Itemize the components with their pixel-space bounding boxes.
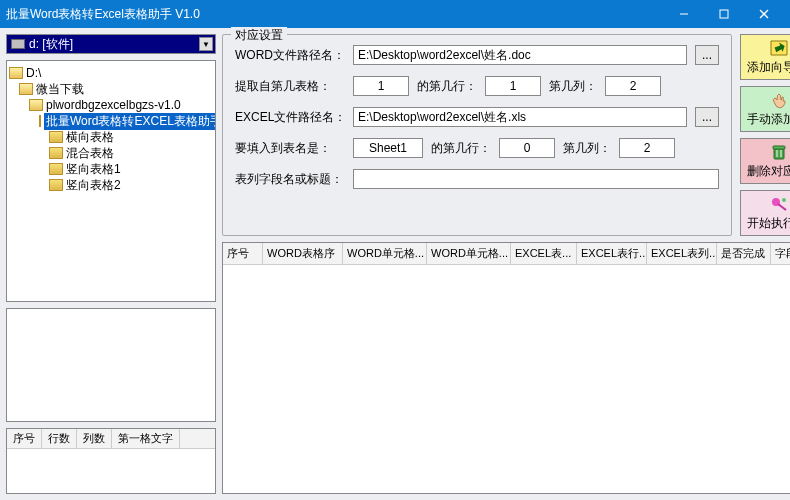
mini-col-header[interactable]: 序号 (7, 429, 42, 448)
excel-path-input[interactable]: E:\Desktop\word2excel\姓名.xls (353, 107, 687, 127)
extract-row-input[interactable]: 1 (485, 76, 541, 96)
file-list[interactable] (6, 308, 216, 422)
mini-col-header[interactable]: 列数 (77, 429, 112, 448)
tree-node[interactable]: plwordbgzexcelbgzs-v1.0 (9, 97, 213, 113)
grid-col-header[interactable]: EXCEL表列... (647, 243, 717, 264)
folder-icon (9, 67, 23, 79)
folder-icon (49, 131, 63, 143)
word-path-label: WORD文件路径名： (235, 47, 345, 64)
hand-icon (768, 90, 790, 110)
extract-table-label: 提取自第几表格： (235, 78, 345, 95)
excel-path-browse-button[interactable]: ... (695, 107, 719, 127)
word-path-input[interactable]: E:\Desktop\word2excel\姓名.doc (353, 45, 687, 65)
tree-node[interactable]: 竖向表格2 (9, 177, 213, 193)
settings-group: 对应设置 WORD文件路径名： E:\Desktop\word2excel\姓名… (222, 34, 732, 236)
svg-point-10 (782, 198, 786, 202)
run-button[interactable]: 开始执行(D) (740, 190, 790, 236)
tree-node-label: 混合表格 (66, 145, 114, 162)
drive-icon (11, 39, 25, 49)
extract-row: 提取自第几表格： 1 的第几行： 1 第几列： 2 (235, 76, 719, 96)
grid-col-header[interactable]: EXCEL表... (511, 243, 577, 264)
grid-col-header[interactable]: 字段名 (771, 243, 790, 264)
manual-add-button[interactable]: 手动添加(A) (740, 86, 790, 132)
window-buttons (664, 0, 784, 28)
grid-col-header[interactable]: WORD单元格... (427, 243, 511, 264)
word-path-row: WORD文件路径名： E:\Desktop\word2excel\姓名.doc … (235, 45, 719, 65)
delete-map-button[interactable]: 删除对应(K) (740, 138, 790, 184)
run-icon (768, 194, 790, 214)
grid-col-header[interactable]: 序号 (223, 243, 263, 264)
tree-node-label: 批量Word表格转EXCEL表格助手 v1 (44, 113, 216, 130)
minimize-icon (679, 9, 689, 19)
mini-col-header[interactable]: 第一格文字 (112, 429, 180, 448)
fill-col-input[interactable]: 2 (619, 138, 675, 158)
folder-icon (49, 179, 63, 191)
run-label: 开始执行(D) (747, 215, 790, 232)
tree-node[interactable]: 微当下载 (9, 81, 213, 97)
add-guide-label: 添加向导(B) (747, 59, 790, 76)
word-path-browse-button[interactable]: ... (695, 45, 719, 65)
minimize-button[interactable] (664, 0, 704, 28)
fill-row-input[interactable]: 0 (499, 138, 555, 158)
tree-node[interactable]: 混合表格 (9, 145, 213, 161)
sheet-input[interactable]: Sheet1 (353, 138, 423, 158)
grid-col-header[interactable]: WORD单元格... (343, 243, 427, 264)
folder-icon (49, 163, 63, 175)
tree-node-label: 微当下载 (36, 81, 84, 98)
grid-col-header[interactable]: EXCEL表行... (577, 243, 647, 264)
drive-select[interactable]: d: [软件] ▼ (6, 34, 216, 54)
sheet-row: 要填入到表名是： Sheet1 的第几行： 0 第几列： 2 (235, 138, 719, 158)
extract-col-input[interactable]: 2 (605, 76, 661, 96)
trash-icon (768, 142, 790, 162)
right-panel: 对应设置 WORD文件路径名： E:\Desktop\word2excel\姓名… (222, 34, 790, 494)
svg-rect-1 (720, 10, 728, 18)
mini-table[interactable]: 序号行数列数第一格文字 (6, 428, 216, 494)
close-icon (759, 9, 769, 19)
maximize-icon (719, 9, 729, 19)
grid-col-header[interactable]: 是否完成 (717, 243, 771, 264)
svg-rect-5 (774, 148, 784, 159)
tree-node[interactable]: D:\ (9, 65, 213, 81)
tree-node-label: 竖向表格1 (66, 161, 121, 178)
grid-header: 序号WORD表格序WORD单元格...WORD单元格...EXCEL表...EX… (223, 243, 790, 265)
action-buttons: 添加向导(B) 手动添加(A) 删除对应(K) (740, 34, 790, 236)
manual-add-label: 手动添加(A) (747, 111, 790, 128)
tree-node-label: plwordbgzexcelbgzs-v1.0 (46, 98, 181, 112)
titlebar: 批量Word表格转Excel表格助手 V1.0 (0, 0, 790, 28)
excel-path-row: EXCEL文件路径名： E:\Desktop\word2excel\姓名.xls… (235, 107, 719, 127)
grid-col-header[interactable]: WORD表格序 (263, 243, 343, 264)
mini-col-header[interactable]: 行数 (42, 429, 77, 448)
field-label: 表列字段名或标题： (235, 171, 345, 188)
tree-node-label: 横向表格 (66, 129, 114, 146)
excel-path-label: EXCEL文件路径名： (235, 109, 345, 126)
tree-node-label: 竖向表格2 (66, 177, 121, 194)
extract-row-label: 的第几行： (417, 78, 477, 95)
chevron-down-icon: ▼ (199, 37, 213, 51)
folder-icon (39, 115, 41, 127)
maximize-button[interactable] (704, 0, 744, 28)
extract-table-input[interactable]: 1 (353, 76, 409, 96)
tree-node[interactable]: 横向表格 (9, 129, 213, 145)
add-guide-button[interactable]: 添加向导(B) (740, 34, 790, 80)
window-title: 批量Word表格转Excel表格助手 V1.0 (6, 6, 664, 23)
folder-icon (29, 99, 43, 111)
app-body: d: [软件] ▼ D:\微当下载plwordbgzexcelbgzs-v1.0… (0, 28, 790, 500)
arrow-sign-icon (768, 38, 790, 58)
field-input[interactable] (353, 169, 719, 189)
folder-icon (19, 83, 33, 95)
tree-node[interactable]: 批量Word表格转EXCEL表格助手 v1 (9, 113, 213, 129)
field-row: 表列字段名或标题： (235, 169, 719, 189)
tree-node-label: D:\ (26, 66, 41, 80)
folder-tree[interactable]: D:\微当下载plwordbgzexcelbgzs-v1.0批量Word表格转E… (6, 60, 216, 302)
drive-label: d: [软件] (29, 36, 73, 53)
svg-rect-6 (773, 146, 785, 149)
tree-node[interactable]: 竖向表格1 (9, 161, 213, 177)
delete-map-label: 删除对应(K) (747, 163, 790, 180)
mapping-grid[interactable]: 序号WORD表格序WORD单元格...WORD单元格...EXCEL表...EX… (222, 242, 790, 494)
close-button[interactable] (744, 0, 784, 28)
folder-icon (49, 147, 63, 159)
settings-legend: 对应设置 (231, 27, 287, 44)
mini-table-header: 序号行数列数第一格文字 (7, 429, 215, 449)
fill-row-label: 的第几行： (431, 140, 491, 157)
sheet-label: 要填入到表名是： (235, 140, 345, 157)
